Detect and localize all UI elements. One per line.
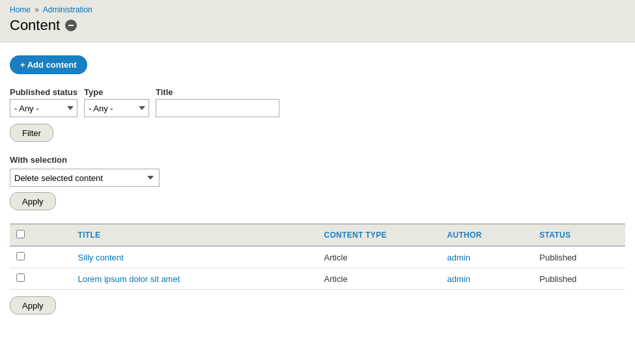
header-title-label: Title	[78, 231, 101, 240]
row-checkbox-1[interactable]	[16, 273, 25, 282]
row-type-cell: Article	[318, 246, 441, 268]
row-author-cell: admin	[441, 268, 533, 290]
row-checkbox-0[interactable]	[16, 252, 25, 260]
header-check-col	[10, 224, 72, 246]
row-title-cell: Silly content	[72, 246, 318, 268]
row-status-cell: Published	[533, 246, 625, 268]
author-link-1[interactable]: admin	[447, 274, 470, 284]
selection-select[interactable]: Delete selected content	[10, 169, 160, 187]
breadcrumb-home-link[interactable]: Home	[10, 5, 31, 14]
breadcrumb: Home » Administration	[10, 5, 625, 14]
filter-button[interactable]: Filter	[10, 124, 53, 142]
filters-section: Published status - Any - Published Unpub…	[10, 87, 625, 142]
add-content-button[interactable]: + Add content	[10, 55, 87, 74]
row-status-cell: Published	[533, 268, 625, 290]
content-table: Title Content Type Author Status Silly c…	[10, 223, 625, 290]
with-selection-section: With selection Delete selected content A…	[10, 155, 625, 210]
breadcrumb-admin-link[interactable]: Administration	[43, 5, 92, 14]
breadcrumb-sep: »	[35, 5, 39, 14]
header-status-col: Status	[533, 224, 625, 246]
header-checkbox[interactable]	[16, 230, 25, 238]
header-type-col: Content Type	[318, 224, 441, 246]
type-label: Type	[84, 87, 149, 97]
table-row: Silly contentArticleadminPublished	[10, 246, 625, 268]
apply-button-bottom[interactable]: Apply	[10, 296, 56, 315]
selection-row: Delete selected content	[10, 169, 625, 187]
page-title: Content	[10, 17, 60, 34]
row-title-cell: Lorem ipsum dolor sit amet	[72, 268, 318, 290]
bottom-apply-container: Apply	[10, 296, 625, 315]
row-check-cell	[10, 246, 72, 268]
header-type-label: Content Type	[324, 231, 387, 240]
header-status-label: Status	[539, 231, 571, 240]
header-title-col[interactable]: Title	[72, 224, 318, 246]
table-header-row: Title Content Type Author Status	[10, 224, 625, 246]
title-label: Title	[156, 87, 279, 97]
published-status-label: Published status	[10, 87, 78, 97]
author-link-0[interactable]: admin	[447, 253, 470, 262]
content-link-1[interactable]: Lorem ipsum dolor sit amet	[78, 274, 180, 284]
row-author-cell: admin	[441, 246, 533, 268]
row-type-cell: Article	[318, 268, 441, 290]
type-group: Type - Any - Article Page	[84, 87, 149, 117]
header-author-label: Author	[447, 231, 482, 240]
header-author-col: Author	[441, 224, 533, 246]
page-title-container: Content	[10, 17, 625, 34]
title-group: Title	[156, 87, 279, 117]
page-title-icon[interactable]	[65, 20, 77, 31]
title-input[interactable]	[156, 99, 279, 117]
content-link-0[interactable]: Silly content	[78, 253, 124, 262]
main-content: + Add content Published status - Any - P…	[0, 42, 635, 328]
row-check-cell	[10, 268, 72, 290]
table-row: Lorem ipsum dolor sit ametArticleadminPu…	[10, 268, 625, 290]
filter-row: Published status - Any - Published Unpub…	[10, 87, 625, 117]
published-status-group: Published status - Any - Published Unpub…	[10, 87, 78, 117]
with-selection-label: With selection	[10, 155, 625, 165]
published-status-select[interactable]: - Any - Published Unpublished	[10, 99, 78, 117]
header-area: Home » Administration Content	[0, 0, 635, 42]
type-select[interactable]: - Any - Article Page	[84, 99, 149, 117]
apply-button-top[interactable]: Apply	[10, 192, 56, 210]
